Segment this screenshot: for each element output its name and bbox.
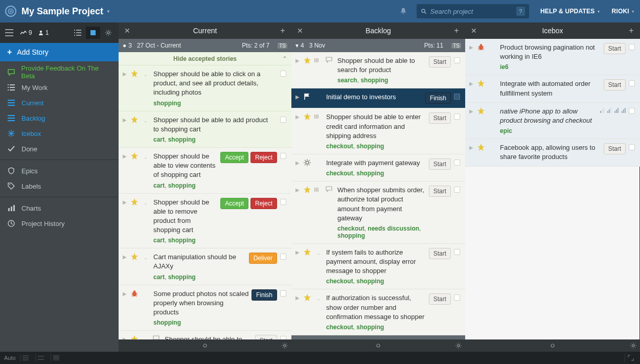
comments-icon[interactable] bbox=[324, 186, 333, 192]
reject-button[interactable]: Reject bbox=[250, 152, 277, 163]
story-checkbox[interactable] bbox=[453, 186, 461, 193]
story-labels[interactable]: checkout, needs discussion, shopping bbox=[337, 225, 427, 239]
story-labels[interactable]: cart, shopping bbox=[153, 182, 218, 189]
story-item[interactable]: ▶native iPhone app to allow product brow… bbox=[465, 103, 640, 139]
estimate-bar-icon[interactable] bbox=[622, 107, 626, 113]
search-box[interactable]: ? bbox=[417, 4, 529, 18]
density-2[interactable] bbox=[35, 354, 47, 362]
expand-arrow-icon[interactable]: ▶ bbox=[295, 293, 301, 301]
estimate-bar-icon[interactable] bbox=[614, 107, 619, 113]
gear-icon[interactable] bbox=[281, 342, 288, 349]
story-item[interactable]: ▶Product browsing pagination not working… bbox=[465, 39, 640, 75]
density-3[interactable] bbox=[51, 354, 62, 362]
story-labels[interactable]: search, shopping bbox=[337, 77, 427, 84]
story-item[interactable]: ▶Shopper should be able to search for pr… bbox=[291, 52, 465, 88]
iteration-header[interactable]: ●327 Oct - CurrentPts: 2 of 7TS bbox=[119, 39, 291, 52]
add-to-panel-icon[interactable]: + bbox=[626, 26, 637, 35]
expand-arrow-icon[interactable]: ▶ bbox=[123, 289, 128, 297]
view-panel-button[interactable] bbox=[86, 27, 100, 39]
expand-arrow-icon[interactable]: ▶ bbox=[469, 143, 474, 150]
expand-icon[interactable] bbox=[625, 354, 636, 362]
project-title[interactable]: My Sample Project bbox=[21, 6, 103, 17]
story-checkbox[interactable] bbox=[279, 116, 287, 123]
expand-arrow-icon[interactable]: ▶ bbox=[469, 79, 474, 86]
gear-icon[interactable] bbox=[630, 342, 637, 349]
story-checkbox[interactable] bbox=[628, 107, 636, 114]
search-input[interactable] bbox=[430, 8, 516, 15]
story-checkbox[interactable] bbox=[279, 289, 287, 297]
story-checkbox[interactable] bbox=[279, 198, 287, 205]
expand-arrow-icon[interactable]: ▶ bbox=[123, 198, 128, 205]
add-to-panel-icon[interactable]: + bbox=[451, 26, 462, 35]
gear-icon[interactable] bbox=[455, 342, 462, 349]
sidebar-item-provide-feedback-on-the-beta[interactable]: Provide Feedback On The Beta bbox=[0, 64, 119, 80]
density-1[interactable] bbox=[20, 354, 31, 362]
sidebar-item-charts[interactable]: Charts bbox=[0, 200, 119, 216]
expand-arrow-icon[interactable]: ▶ bbox=[123, 116, 128, 123]
expand-arrow-icon[interactable]: ▶ bbox=[295, 248, 301, 255]
story-checkbox[interactable] bbox=[628, 143, 636, 150]
user-menu[interactable]: RIOKI▼ bbox=[612, 8, 635, 15]
sidebar-item-done[interactable]: Done bbox=[0, 141, 119, 156]
view-list-button[interactable] bbox=[71, 27, 85, 39]
reject-button[interactable]: Reject bbox=[250, 198, 277, 209]
story-item[interactable]: ▶..Shopper should be able to remove prod… bbox=[119, 194, 291, 249]
story-item[interactable]: ▶Some product photos not scaled properly… bbox=[119, 285, 291, 331]
iteration-header[interactable]: ▾510 NovPts: 9TS bbox=[291, 335, 465, 339]
estimate-bar-icon[interactable] bbox=[600, 107, 604, 113]
story-item[interactable]: ▶When shopper submits order, authorize t… bbox=[291, 181, 465, 244]
story-item[interactable]: ▶Facebook app, allowing users to share f… bbox=[465, 139, 640, 166]
start-button[interactable]: Start bbox=[429, 56, 451, 67]
story-item[interactable]: ▶..Shopper should be able to click on a … bbox=[119, 65, 291, 111]
settings-button[interactable] bbox=[101, 27, 116, 39]
notifications-icon[interactable] bbox=[390, 7, 417, 15]
sidebar-toggle-button[interactable] bbox=[3, 27, 15, 39]
link-icon[interactable] bbox=[548, 343, 557, 349]
expand-arrow-icon[interactable]: ▶ bbox=[295, 112, 301, 120]
story-labels[interactable]: epic bbox=[500, 127, 598, 134]
story-checkbox[interactable] bbox=[628, 79, 636, 86]
estimate-bar-icon[interactable] bbox=[607, 107, 611, 113]
accept-button[interactable]: Accept bbox=[220, 152, 248, 163]
accept-button[interactable]: Accept bbox=[220, 198, 248, 209]
story-labels[interactable]: shopping bbox=[153, 319, 249, 326]
add-story-button[interactable]: + Add Story bbox=[0, 43, 119, 61]
story-item[interactable]: ▶Integrate with automated order fullfill… bbox=[465, 75, 640, 102]
sidebar-item-labels[interactable]: Labels bbox=[0, 178, 119, 194]
story-item[interactable]: ▶..Shopper should be able to add product… bbox=[119, 111, 291, 148]
expand-arrow-icon[interactable]: ▶ bbox=[123, 70, 128, 77]
story-labels[interactable]: cart, shopping bbox=[153, 274, 247, 281]
story-item[interactable]: ▶..Shopper should be able to recommend a… bbox=[119, 331, 291, 339]
expand-arrow-icon[interactable]: ▶ bbox=[295, 158, 301, 166]
story-checkbox[interactable] bbox=[628, 43, 636, 50]
expand-arrow-icon[interactable]: ▶ bbox=[295, 186, 301, 193]
story-checkbox[interactable] bbox=[453, 158, 461, 166]
logo-icon[interactable] bbox=[5, 6, 16, 17]
story-item[interactable]: ▶Integrate with payment gatewaycheckout,… bbox=[291, 154, 465, 181]
story-labels[interactable]: checkout, shopping bbox=[326, 143, 427, 150]
expand-arrow-icon[interactable]: ▶ bbox=[469, 107, 474, 114]
start-button[interactable]: Start bbox=[255, 335, 277, 339]
close-panel-icon[interactable]: ✕ bbox=[294, 27, 306, 35]
start-button[interactable]: Start bbox=[429, 112, 451, 124]
start-button[interactable]: Start bbox=[604, 79, 626, 90]
deliver-button[interactable]: Deliver bbox=[249, 253, 277, 264]
story-labels[interactable]: checkout, shopping bbox=[326, 324, 427, 331]
finish-button[interactable]: Finish bbox=[252, 289, 277, 301]
story-labels[interactable]: cart, shopping bbox=[153, 237, 218, 244]
start-button[interactable]: Start bbox=[429, 186, 451, 197]
sidebar-item-my-work[interactable]: My Work bbox=[0, 80, 119, 95]
story-checkbox[interactable] bbox=[453, 56, 461, 63]
story-checkbox[interactable] bbox=[453, 93, 461, 100]
story-item[interactable]: ▶Initial demo to investorsFinish bbox=[291, 88, 465, 108]
story-checkbox[interactable] bbox=[279, 335, 287, 339]
iteration-header[interactable]: ▾43 NovPts: 11TS bbox=[291, 39, 465, 52]
story-checkbox[interactable] bbox=[279, 70, 287, 77]
start-button[interactable]: Start bbox=[429, 293, 451, 305]
sidebar-item-current[interactable]: Current bbox=[0, 95, 119, 110]
members-stat[interactable]: 1 bbox=[38, 29, 49, 36]
story-checkbox[interactable] bbox=[453, 112, 461, 120]
start-button[interactable]: Start bbox=[604, 143, 626, 154]
start-button[interactable]: Start bbox=[429, 158, 451, 170]
story-checkbox[interactable] bbox=[279, 152, 287, 159]
